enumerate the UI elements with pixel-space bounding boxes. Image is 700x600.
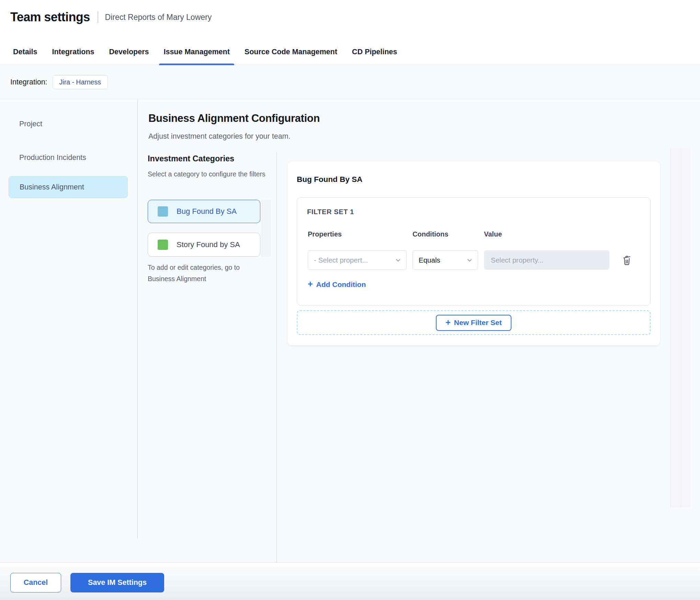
new-filter-set-button[interactable]: + New Filter Set bbox=[436, 315, 511, 331]
tab-integrations[interactable]: Integrations bbox=[52, 39, 94, 65]
title-separator bbox=[98, 11, 98, 23]
tab-bar: Details Integrations Developers Issue Ma… bbox=[0, 34, 700, 65]
category-list-scrollbar[interactable] bbox=[262, 200, 271, 257]
add-condition-label: Add Condition bbox=[316, 280, 366, 289]
new-filter-set-dropzone: + New Filter Set bbox=[297, 310, 651, 335]
chevron-down-icon bbox=[466, 257, 473, 264]
delete-condition-button[interactable] bbox=[619, 253, 634, 268]
section-subtitle: Adjust investment categories for your te… bbox=[148, 132, 290, 141]
investment-categories-heading: Investment Categories bbox=[148, 154, 234, 163]
tab-issue-management[interactable]: Issue Management bbox=[163, 39, 229, 65]
add-condition-button[interactable]: + Add Condition bbox=[308, 280, 366, 289]
column-header-properties: Properties bbox=[308, 230, 342, 238]
sidebar-divider bbox=[137, 99, 138, 539]
section-title: Business Alignment Configuration bbox=[148, 112, 320, 125]
chevron-down-icon bbox=[395, 257, 402, 264]
plus-icon: + bbox=[308, 280, 313, 288]
filter-set-label: FILTER SET 1 bbox=[307, 208, 354, 216]
categories-footnote: To add or edit categories, go to Busines… bbox=[148, 262, 263, 285]
property-select-placeholder: - Select propert... bbox=[314, 256, 368, 264]
sidebar-item-business-alignment[interactable]: Business Alignment bbox=[9, 176, 128, 198]
condition-select-value: Equals bbox=[419, 256, 440, 264]
tab-details[interactable]: Details bbox=[13, 39, 37, 65]
integration-label: Integration: bbox=[10, 78, 47, 86]
category-color-swatch-green-icon bbox=[158, 240, 168, 250]
tab-developers[interactable]: Developers bbox=[109, 39, 149, 65]
filter-set-panel: FILTER SET 1 Properties Conditions Value… bbox=[297, 197, 651, 305]
trash-icon bbox=[621, 254, 633, 267]
page-scrollbar[interactable] bbox=[681, 148, 690, 507]
sidebar-item-production-incidents[interactable]: Production Incidents bbox=[9, 148, 128, 167]
condition-select[interactable]: Equals bbox=[413, 250, 478, 270]
page-subtitle: Direct Reports of Mary Lowery bbox=[105, 13, 212, 22]
integration-bar: Integration: Jira - Harness bbox=[0, 66, 700, 99]
column-header-value: Value bbox=[484, 230, 502, 238]
categories-divider bbox=[276, 152, 277, 600]
category-color-swatch-blue-icon bbox=[158, 206, 168, 217]
category-story-found-by-sa[interactable]: Story Found by SA bbox=[148, 233, 260, 257]
sidebar-item-project[interactable]: Project bbox=[9, 114, 128, 134]
category-label: Story Found by SA bbox=[177, 240, 240, 249]
footer-action-bar: Cancel Save IM Settings bbox=[0, 562, 700, 600]
tab-source-code-management[interactable]: Source Code Management bbox=[245, 39, 337, 65]
value-input[interactable] bbox=[484, 250, 609, 270]
tab-cd-pipelines[interactable]: CD Pipelines bbox=[352, 39, 397, 65]
investment-categories-helper: Select a category to configure the filte… bbox=[148, 169, 266, 180]
content-area: Project Production Incidents Business Al… bbox=[0, 99, 700, 562]
team-settings-page: Team settings Direct Reports of Mary Low… bbox=[0, 0, 700, 600]
cancel-button[interactable]: Cancel bbox=[10, 573, 61, 592]
page-title: Team settings bbox=[10, 10, 90, 24]
integration-chip[interactable]: Jira - Harness bbox=[53, 75, 108, 89]
category-label: Bug Found By SA bbox=[177, 207, 237, 216]
column-header-conditions: Conditions bbox=[413, 230, 448, 238]
category-bug-found-by-sa[interactable]: Bug Found By SA bbox=[148, 200, 260, 223]
panel-scrollbar[interactable] bbox=[670, 148, 680, 507]
save-im-settings-button[interactable]: Save IM Settings bbox=[70, 573, 164, 592]
plus-icon: + bbox=[445, 318, 451, 327]
property-select[interactable]: - Select propert... bbox=[308, 250, 407, 270]
page-header: Team settings Direct Reports of Mary Low… bbox=[0, 0, 700, 34]
category-config-card: Bug Found By SA FILTER SET 1 Properties … bbox=[287, 161, 660, 345]
card-title: Bug Found By SA bbox=[297, 175, 362, 184]
new-filter-set-label: New Filter Set bbox=[454, 319, 502, 327]
